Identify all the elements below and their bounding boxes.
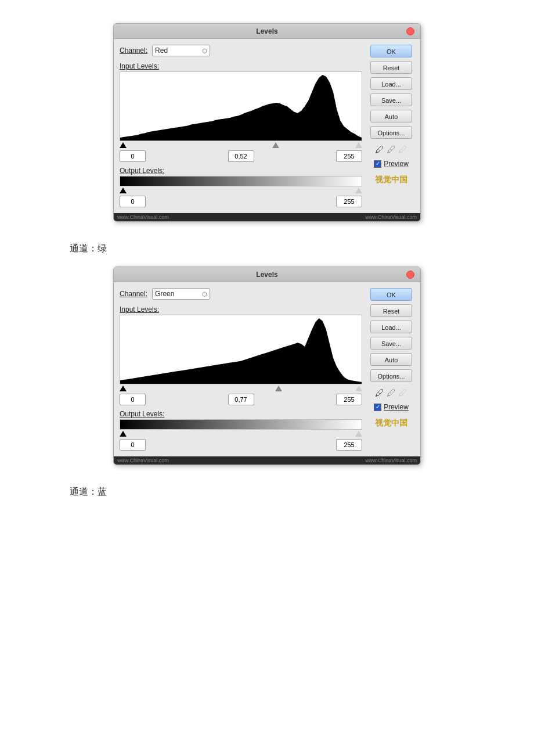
reset-button-green[interactable]: Reset	[370, 304, 412, 317]
output-gradient-red	[120, 176, 362, 186]
select-arrow-red: ⬡	[202, 48, 207, 54]
auto-button-green[interactable]: Auto	[370, 353, 412, 366]
histogram-red	[120, 71, 362, 141]
eyedropper-white-red[interactable]: 🖊	[398, 145, 407, 155]
auto-button-red[interactable]: Auto	[370, 110, 412, 123]
white-triangle-red	[355, 142, 362, 148]
save-button-green[interactable]: Save...	[370, 337, 412, 350]
dialog-title-green: Levels	[256, 271, 277, 279]
input-slider-red[interactable]	[120, 141, 362, 149]
section-label-blue: 通道：蓝	[70, 486, 107, 498]
eyedropper-row-red: 🖊 🖊 🖊	[375, 145, 407, 155]
channel-row-red: Channel: Red ⬡	[120, 45, 362, 56]
watermark-url-green: www.ChinaVisual.com	[365, 458, 417, 463]
load-button-red[interactable]: Load...	[370, 77, 412, 90]
histogram-svg-red	[120, 72, 362, 141]
input-fields-red	[120, 150, 362, 162]
section-label-green: 通道：绿	[70, 243, 107, 255]
output-white-triangle-green	[355, 431, 362, 437]
watermark-url-red: www.ChinaVisual.com	[365, 214, 417, 220]
preview-check-icon-green: ✓	[376, 404, 380, 410]
black-triangle-green	[120, 386, 127, 391]
channel-select-red[interactable]: Red ⬡	[152, 45, 210, 56]
output-black-triangle-red	[120, 188, 127, 193]
preview-checkbox-green[interactable]: ✓	[374, 404, 381, 411]
output-min-red[interactable]	[120, 196, 146, 207]
dialog-body-green: Channel: Green ⬡ Input Levels:	[114, 282, 420, 456]
eyedropper-row-green: 🖊 🖊 🖊	[375, 388, 407, 398]
input-mid-red[interactable]	[228, 150, 254, 162]
eyedropper-black-red[interactable]: 🖊	[375, 145, 384, 155]
output-gradient-green	[120, 419, 362, 430]
dialog-left-green: Channel: Green ⬡ Input Levels:	[120, 288, 362, 451]
red-dialog-wrapper: Levels Channel: Red ⬡ Input Leve	[12, 23, 522, 222]
watermark-logo-green: 视觉中国	[375, 418, 407, 429]
output-black-triangle-green	[120, 431, 127, 437]
mid-triangle-red	[272, 142, 279, 148]
input-levels-section-green: Input Levels:	[120, 305, 362, 405]
input-levels-label-green: Input Levels:	[120, 305, 362, 314]
watermark-bar-green: www.ChinaVisual.com www.ChinaVisual.com	[114, 456, 420, 465]
input-mid-green[interactable]	[228, 394, 254, 405]
watermark-area-red: 视觉中国	[375, 175, 407, 185]
output-min-green[interactable]	[120, 439, 146, 451]
input-min-red[interactable]	[120, 150, 146, 162]
white-triangle-green	[355, 386, 362, 391]
preview-row-green: ✓ Preview	[374, 403, 409, 411]
histogram-svg-green	[120, 315, 362, 384]
input-max-red[interactable]	[336, 150, 362, 162]
reset-button-red[interactable]: Reset	[370, 61, 412, 74]
load-button-green[interactable]: Load...	[370, 321, 412, 333]
watermark-area-green: 视觉中国	[375, 418, 407, 429]
input-min-green[interactable]	[120, 394, 146, 405]
options-button-red[interactable]: Options...	[370, 126, 412, 139]
eyedropper-white-green[interactable]: 🖊	[398, 388, 407, 398]
dialog-right-red: OK Reset Load... Save... Auto Options...…	[368, 45, 414, 207]
channel-value-red: Red	[155, 46, 168, 55]
preview-label-red: Preview	[384, 160, 409, 168]
preview-checkbox-red[interactable]: ✓	[374, 160, 381, 168]
ok-button-green[interactable]: OK	[370, 288, 412, 301]
dialog-titlebar-green: Levels	[114, 267, 420, 282]
close-button-green[interactable]	[406, 271, 414, 279]
input-slider-green[interactable]	[120, 384, 362, 393]
save-button-red[interactable]: Save...	[370, 93, 412, 106]
output-fields-red	[120, 196, 362, 207]
output-slider-red[interactable]	[120, 186, 362, 195]
histogram-green	[120, 315, 362, 384]
output-levels-section-red: Output Levels:	[120, 167, 362, 207]
dialog-titlebar-red: Levels	[114, 24, 420, 39]
watermark-logo-red: 视觉中国	[375, 175, 407, 185]
page-content: Levels Channel: Red ⬡ Input Leve	[12, 23, 522, 510]
channel-row-green: Channel: Green ⬡	[120, 288, 362, 300]
channel-select-green[interactable]: Green ⬡	[152, 288, 210, 300]
preview-check-icon-red: ✓	[376, 161, 380, 167]
input-levels-section-red: Input Levels:	[120, 62, 362, 162]
eyedropper-gray-red[interactable]: 🖊	[387, 145, 396, 155]
black-triangle-red	[120, 142, 127, 148]
mid-triangle-green	[275, 386, 282, 391]
input-max-green[interactable]	[336, 394, 362, 405]
select-arrow-green: ⬡	[202, 291, 207, 297]
options-button-green[interactable]: Options...	[370, 369, 412, 382]
output-max-green[interactable]	[336, 439, 362, 451]
channel-value-green: Green	[155, 290, 174, 298]
eyedropper-black-green[interactable]: 🖊	[375, 388, 384, 398]
dialog-title-red: Levels	[256, 27, 277, 35]
output-white-triangle-red	[355, 188, 362, 193]
dialog-right-green: OK Reset Load... Save... Auto Options...…	[368, 288, 414, 451]
output-max-red[interactable]	[336, 196, 362, 207]
ok-button-red[interactable]: OK	[370, 45, 412, 57]
watermark-bar-red: www.ChinaVisual.com www.ChinaVisual.com	[114, 213, 420, 221]
output-levels-label-red: Output Levels:	[120, 167, 362, 175]
output-levels-section-green: Output Levels:	[120, 410, 362, 451]
preview-row-red: ✓ Preview	[374, 160, 409, 168]
dialog-left-red: Channel: Red ⬡ Input Levels:	[120, 45, 362, 207]
input-fields-green	[120, 394, 362, 405]
watermark-text-red: www.ChinaVisual.com	[117, 214, 169, 220]
close-button-red[interactable]	[406, 27, 414, 35]
output-slider-green[interactable]	[120, 430, 362, 438]
levels-dialog-green: Levels Channel: Green ⬡ Input Le	[113, 267, 421, 465]
eyedropper-gray-green[interactable]: 🖊	[387, 388, 396, 398]
green-dialog-wrapper: Levels Channel: Green ⬡ Input Le	[12, 267, 522, 465]
